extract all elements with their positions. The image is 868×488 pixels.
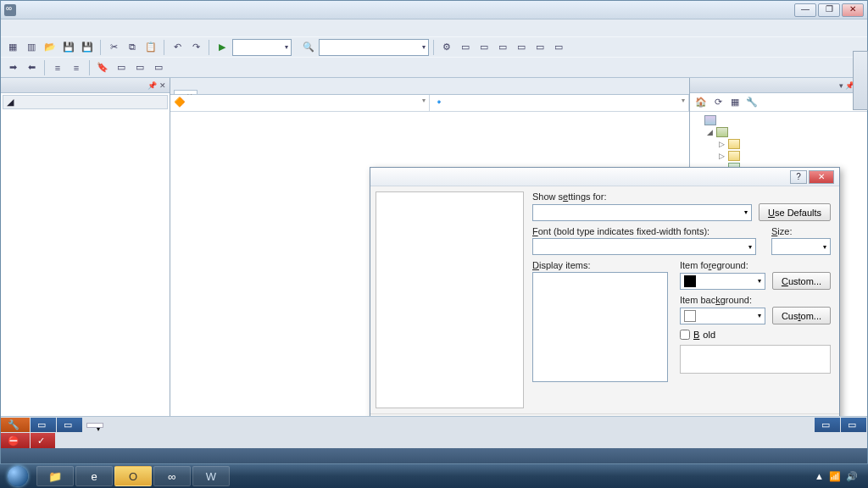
misc3-icon[interactable]: ▭ (150, 59, 167, 76)
help-button[interactable]: ? (790, 170, 807, 184)
se-properties-icon[interactable]: 🔧 (744, 95, 760, 110)
open-icon[interactable]: 📂 (42, 39, 58, 56)
toolbox-pane: 📌 ✕ ◢ (1, 78, 170, 416)
copy-icon[interactable]: ⧉ (124, 39, 141, 56)
document-tabs: ✕ (170, 78, 689, 95)
tool-icon[interactable]: ⚙ (438, 39, 455, 56)
font-label: Font (bold type indicates fixed-width fo… (532, 226, 756, 236)
bookmark-icon[interactable]: 🔖 (94, 59, 111, 76)
tool2-icon[interactable]: ▭ (457, 39, 474, 56)
outdent-icon[interactable]: ⬅ (23, 59, 40, 76)
windows-taskbar: 📁 e O ∞ W ▲ 📶 🔊 (0, 464, 868, 488)
redo-icon[interactable]: ↷ (187, 39, 204, 56)
pin-icon[interactable]: 📌 ✕ (147, 81, 166, 90)
vs-icon (4, 4, 16, 16)
start-icon[interactable]: ▶ (214, 39, 231, 56)
cut-icon[interactable]: ✂ (105, 39, 122, 56)
toolbox-tab[interactable]: 🔧 (1, 418, 30, 432)
show-settings-combo[interactable] (532, 204, 752, 221)
fg-custom-button[interactable]: Custom... (772, 272, 831, 290)
member-nav-combo[interactable]: 🔹 (430, 95, 689, 111)
type-nav-combo[interactable]: 🔶 (170, 95, 430, 111)
bg-custom-button[interactable]: Custom... (772, 307, 831, 324)
se-home-icon[interactable]: 🏠 (693, 95, 709, 110)
misc2-icon[interactable]: ▭ (131, 59, 148, 76)
item-bg-label: Item background: (680, 295, 831, 305)
display-items-label: Display items: (532, 260, 668, 270)
new-project-icon[interactable]: ▦ (4, 39, 21, 56)
solution-explorer-tab[interactable]: ▭ (815, 418, 840, 432)
task-list-tab[interactable]: ✓ (31, 433, 55, 448)
taskbar-explorer-icon[interactable]: 📁 (36, 466, 74, 486)
tray-flag-icon[interactable]: ▲ (815, 471, 824, 481)
uncomment-icon[interactable]: ≡ (68, 59, 85, 76)
taskbar-word-icon[interactable]: W (192, 466, 230, 486)
indent-icon[interactable]: ➡ (4, 59, 21, 76)
editor-area: ✕ 🔶 🔹 ? ✕ Show settings f (170, 78, 689, 416)
tray-network-icon[interactable]: 📶 (829, 471, 841, 482)
use-defaults-button[interactable]: Use Defaults (759, 203, 831, 221)
find-icon[interactable]: 🔍 (300, 39, 317, 56)
solution-explorer-title: ▾ 📌 ✕ (690, 78, 867, 93)
toolbox-empty-msg (1, 111, 170, 131)
error-list-tab[interactable]: ⛔ (1, 433, 30, 448)
manage-styles-tab[interactable]: ▭ (31, 418, 56, 432)
se-showall-icon[interactable]: ▦ (727, 95, 743, 110)
status-bar (1, 448, 867, 463)
item-fg-combo[interactable] (680, 273, 765, 290)
dialog-close-button[interactable]: ✕ (809, 170, 834, 184)
show-settings-label: Show settings for: (532, 191, 831, 202)
options-tree[interactable] (376, 191, 524, 408)
size-combo[interactable] (771, 238, 831, 255)
toolbox-group[interactable]: ◢ (3, 95, 168, 109)
taskbar-outlook-icon[interactable]: O (114, 466, 152, 486)
tree-node: ▷ (717, 150, 864, 162)
taskbar-ie-icon[interactable]: e (75, 466, 113, 486)
size-label: Size: (771, 226, 831, 236)
tree-node: ▷ (717, 138, 864, 150)
undo-icon[interactable]: ↶ (169, 39, 186, 56)
team-explorer-tab[interactable]: ▭ (841, 418, 866, 432)
properties-vtab[interactable] (853, 51, 868, 110)
save-icon[interactable]: 💾 (60, 39, 77, 56)
tool4-icon[interactable]: ▭ (494, 39, 511, 56)
start-button[interactable] (0, 464, 36, 488)
tool6-icon[interactable]: ▭ (531, 39, 548, 56)
add-item-icon[interactable]: ▥ (23, 39, 40, 56)
zoom-combo[interactable] (86, 423, 103, 428)
options-dialog: ? ✕ Show settings for: Use Defaults Fon (370, 167, 840, 416)
bold-checkbox[interactable]: Bold (680, 330, 831, 340)
config-combo[interactable] (232, 39, 292, 56)
comment-icon[interactable]: ≡ (49, 59, 66, 76)
maximize-button[interactable]: ❐ (818, 3, 840, 17)
tool7-icon[interactable]: ▭ (550, 39, 567, 56)
toolbars: ▦ ▥ 📂 💾 💾 ✂ ⧉ 📋 ↶ ↷ ▶ 🔍 ⚙ ▭ ▭ ▭ ▭ ▭ ▭ (1, 36, 867, 78)
font-combo[interactable] (532, 238, 756, 255)
display-items-list[interactable] (532, 272, 668, 382)
find-combo[interactable] (319, 39, 429, 56)
apply-styles-tab[interactable]: ▭ (57, 418, 82, 432)
sample-preview (680, 345, 831, 374)
close-button[interactable]: ✕ (842, 3, 864, 17)
toolbox-title: 📌 ✕ (1, 78, 170, 93)
tool5-icon[interactable]: ▭ (513, 39, 530, 56)
item-fg-label: Item foreground: (680, 260, 831, 270)
item-bg-combo[interactable] (680, 308, 765, 324)
tray-volume-icon[interactable]: 🔊 (846, 471, 858, 482)
document-tab[interactable]: ✕ (174, 90, 198, 94)
save-all-icon[interactable]: 💾 (79, 39, 96, 56)
titlebar: — ❐ ✕ (1, 1, 867, 19)
misc-icon[interactable]: ▭ (113, 59, 130, 76)
taskbar-vs-icon[interactable]: ∞ (153, 466, 191, 486)
se-refresh-icon[interactable]: ⟳ (710, 95, 726, 110)
paste-icon[interactable]: 📋 (142, 39, 159, 56)
minimize-button[interactable]: — (794, 3, 816, 17)
tool3-icon[interactable]: ▭ (476, 39, 492, 56)
menubar (1, 19, 867, 36)
